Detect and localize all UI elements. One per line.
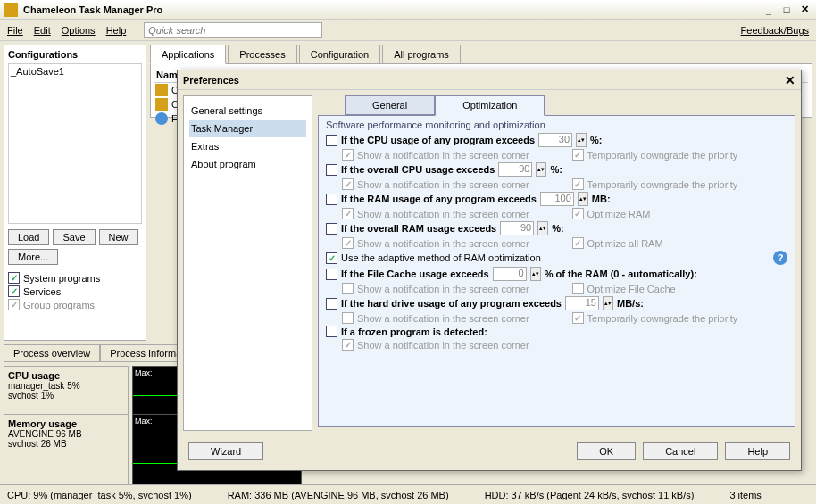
new-button[interactable]: New [99,229,138,245]
notif-checkbox: ✓ [342,208,354,219]
window-title: Chameleon Task Manager Pro [23,4,162,15]
spinner-icon[interactable]: ▴▾ [537,221,548,235]
cpu-overall-value[interactable]: 90 [498,162,532,177]
pref-tab-general[interactable]: General [345,95,435,115]
optimize-fc-checkbox [572,283,584,294]
ok-button[interactable]: OK [577,442,636,460]
tab-configuration[interactable]: Configuration [299,45,380,63]
priority-checkbox: ✓ [572,149,584,161]
menu-file[interactable]: File [7,25,23,36]
help-icon[interactable]: ? [773,251,787,265]
configurations-panel: Configurations _AutoSave1 Load Save New … [4,45,146,341]
app-icon [4,3,18,17]
optimization-panel: Software performance monitoring and opti… [318,115,795,427]
file-cache-value[interactable]: 0 [493,267,527,281]
config-item[interactable]: _AutoSave1 [11,66,139,77]
tab-all-programs[interactable]: All programs [382,45,461,63]
search-input[interactable] [144,22,322,38]
spinner-icon[interactable]: ▴▾ [530,267,541,281]
services-checkbox[interactable]: ✓Services [8,285,142,297]
notif-checkbox: ✓ [342,237,354,249]
feedback-link[interactable]: Feedback/Bugs [741,25,809,36]
help-button[interactable]: Help [725,442,790,460]
status-hdd: HDD: 37 kB/s (Pagent 24 kB/s, svchost 11… [485,490,695,500]
app-row-icon [155,98,168,111]
nav-about[interactable]: About program [189,155,306,173]
nav-task-manager[interactable]: Task Manager [189,120,306,137]
spinner-icon[interactable]: ▴▾ [536,162,546,177]
optimize-ram-checkbox: ✓ [572,208,584,219]
spinner-icon[interactable]: ▴▾ [578,192,588,206]
status-ram: RAM: 336 MB (AVENGINE 96 MB, svchost 26 … [228,490,449,500]
cpu-overall-checkbox[interactable] [326,164,337,176]
close-button[interactable]: ✕ [796,3,812,17]
adaptive-ram-checkbox[interactable]: ✓ [326,252,337,264]
ram-program-checkbox[interactable] [326,194,337,205]
menu-edit[interactable]: Edit [34,25,51,36]
app-row-icon [155,84,168,96]
menu-options[interactable]: Options [62,25,96,36]
frozen-checkbox[interactable] [326,326,337,337]
group-programs-checkbox: ✓Group programs [8,299,142,310]
notif-checkbox [342,283,354,294]
dialog-title: Preferences [183,75,239,86]
file-cache-checkbox[interactable] [326,269,337,280]
optimize-all-ram-checkbox: ✓ [572,237,584,249]
notif-checkbox: ✓ [342,178,354,190]
spinner-icon[interactable]: ▴▾ [576,133,587,147]
ram-program-value[interactable]: 100 [540,192,574,206]
load-button[interactable]: Load [8,229,49,245]
wizard-button[interactable]: Wizard [188,442,263,460]
titlebar: Chameleon Task Manager Pro _ □ ✕ [0,0,816,20]
config-title: Configurations [8,49,142,60]
cancel-button[interactable]: Cancel [643,442,718,460]
preferences-dialog: Preferences ✕ General settings Task Mana… [177,70,802,471]
ram-overall-checkbox[interactable] [326,223,337,235]
menubar: File Edit Options Help Feedback/Bugs [0,20,816,41]
config-list[interactable]: _AutoSave1 [8,63,142,224]
status-cpu: CPU: 9% (manager_task 5%, svchost 1%) [7,490,192,500]
pref-tab-optimization[interactable]: Optimization [435,95,545,116]
dialog-close-button[interactable]: ✕ [785,73,795,87]
cpu-program-value[interactable]: 30 [538,133,572,147]
preferences-nav: General settings Task Manager Extras Abo… [183,95,312,431]
maximize-button[interactable]: □ [779,3,795,17]
priority-checkbox: ✓ [572,312,584,324]
notif-checkbox [342,312,354,324]
status-bar: CPU: 9% (manager_task 5%, svchost 1%) RA… [0,484,816,504]
menu-help[interactable]: Help [106,25,127,36]
more-button[interactable]: More... [8,249,58,265]
tab-processes[interactable]: Processes [228,45,296,63]
status-items: 3 items [729,490,761,500]
tab-applications[interactable]: Applications [150,45,226,64]
priority-checkbox: ✓ [572,178,584,190]
spinner-icon[interactable]: ▴▾ [603,296,613,310]
save-button[interactable]: Save [53,229,95,245]
nav-general-settings[interactable]: General settings [189,102,306,120]
hdd-checkbox[interactable] [326,298,337,310]
minimize-button[interactable]: _ [761,3,777,17]
tab-process-overview[interactable]: Process overview [4,344,100,362]
nav-extras[interactable]: Extras [189,137,306,155]
hdd-value[interactable]: 15 [565,296,599,310]
drive-icon [155,112,168,125]
notif-checkbox: ✓ [342,339,354,351]
system-programs-checkbox[interactable]: ✓System programs [8,272,142,284]
notif-checkbox: ✓ [342,149,354,161]
cpu-program-checkbox[interactable] [326,135,337,146]
ram-overall-value[interactable]: 90 [500,221,534,235]
